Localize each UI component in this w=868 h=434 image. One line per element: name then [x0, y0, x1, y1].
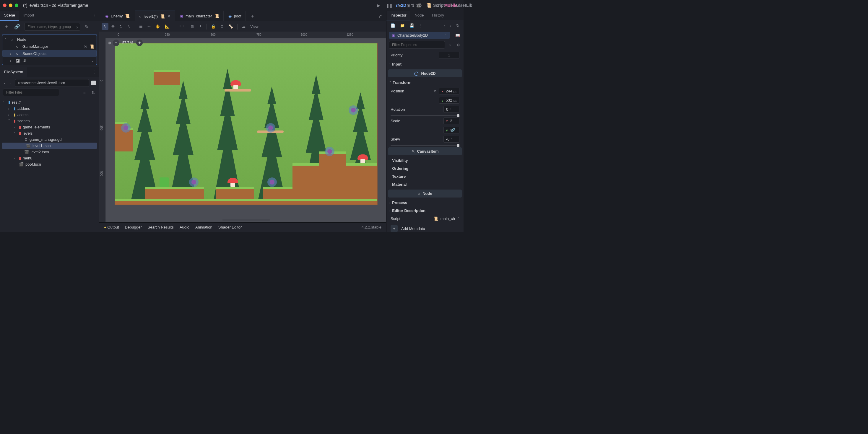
- docs-button[interactable]: 📖: [454, 32, 461, 39]
- import-tab[interactable]: Import: [19, 11, 38, 21]
- history-tab[interactable]: History: [428, 11, 448, 21]
- fs-view-toggle[interactable]: [91, 80, 96, 85]
- load-resource-button[interactable]: 📁: [399, 22, 406, 29]
- mode-2d-button[interactable]: ⇄ 2D: [396, 3, 406, 8]
- play-button[interactable]: ▶: [376, 2, 381, 9]
- scene-dock-menu[interactable]: ⋮: [89, 11, 99, 21]
- close-window-button[interactable]: [3, 4, 6, 7]
- version-label[interactable]: 4.2.2.stable: [362, 225, 381, 229]
- instance-scene-button[interactable]: 🔗: [13, 23, 21, 31]
- property-settings-button[interactable]: ⚙: [455, 42, 461, 48]
- lock-button[interactable]: 🔒: [209, 23, 217, 30]
- script-icon[interactable]: 📜: [160, 14, 165, 19]
- maximize-window-button[interactable]: [15, 4, 18, 7]
- history-back-button[interactable]: ‹: [443, 22, 446, 29]
- fs-item-scenes[interactable]: ˅▮scenes: [0, 118, 99, 124]
- scene-tab-level1[interactable]: ○level1(*)📜✕: [135, 11, 175, 21]
- script-value[interactable]: main_ch: [440, 216, 455, 221]
- fs-filter-input[interactable]: [3, 89, 59, 96]
- audio-panel-button[interactable]: Audio: [180, 225, 189, 229]
- visibility-icon[interactable]: ⌄: [91, 59, 94, 63]
- process-section[interactable]: ›Process: [386, 199, 464, 207]
- save-resource-button[interactable]: 💾: [408, 22, 415, 29]
- fs-item-poof[interactable]: 🎬poof.tscn: [0, 161, 99, 167]
- scene-tab-enemy[interactable]: ◉Enemy📜: [101, 11, 134, 21]
- pan-tool[interactable]: ✋: [154, 23, 162, 30]
- debugger-panel-button[interactable]: Debugger: [125, 225, 142, 229]
- scene-more-button[interactable]: ⋮: [92, 23, 99, 31]
- pause-button[interactable]: ❚❚: [385, 2, 394, 9]
- scene-tab-main-character[interactable]: ◉main_character📜: [176, 11, 224, 21]
- skeleton-button[interactable]: 🦴: [226, 23, 235, 30]
- ordering-section[interactable]: ›Ordering: [386, 164, 464, 172]
- property-filter-input[interactable]: [389, 41, 445, 49]
- rotate-tool[interactable]: ↻: [118, 23, 124, 30]
- fs-item-addons[interactable]: ›▮addons: [0, 105, 99, 111]
- fs-item-level2[interactable]: 🎬level2.tscn: [0, 149, 99, 155]
- move-tool[interactable]: ✥: [110, 23, 116, 30]
- scene-tab[interactable]: Scene: [0, 11, 19, 21]
- list-tool[interactable]: ☰: [137, 23, 145, 30]
- animation-panel-button[interactable]: Animation: [195, 225, 212, 229]
- scene-script-button[interactable]: ✎: [83, 23, 90, 31]
- node-tab[interactable]: Node: [410, 11, 428, 21]
- fs-back-button[interactable]: ‹: [3, 80, 6, 87]
- add-metadata-button[interactable]: ＋ Add Metadata: [386, 223, 464, 232]
- minimize-window-button[interactable]: [9, 4, 12, 7]
- add-scene-tab-button[interactable]: ＋: [246, 11, 259, 21]
- 2d-viewport[interactable]: ⊕ − 57.7 % +: [106, 38, 386, 222]
- zoom-in-button[interactable]: +: [136, 40, 143, 46]
- smart-snap-button[interactable]: ⋮⋮: [176, 23, 188, 30]
- priority-value-input[interactable]: 1: [439, 52, 459, 59]
- node2d-class-header[interactable]: ◯Node2D: [388, 69, 462, 77]
- search-results-panel-button[interactable]: Search Results: [148, 225, 174, 229]
- rotation-input[interactable]: 0°: [443, 106, 459, 113]
- transform-section[interactable]: ˅Transform: [386, 78, 464, 87]
- snap-options-button[interactable]: ⋮: [197, 23, 204, 30]
- skew-slider[interactable]: [391, 145, 459, 146]
- fs-item-game-manager[interactable]: ⚙game_manager.gd: [0, 136, 99, 143]
- scene-filter-input[interactable]: [24, 23, 80, 31]
- viewport-scrollbar[interactable]: [222, 219, 270, 221]
- output-panel-button[interactable]: Output: [104, 225, 119, 229]
- measure-tool[interactable]: 📐: [163, 23, 172, 30]
- link-icon[interactable]: 🔗: [451, 128, 455, 132]
- fs-item-game-elements[interactable]: ›▮game_elements: [0, 124, 99, 130]
- override-camera-button[interactable]: ☁: [240, 23, 247, 30]
- add-node-button[interactable]: ＋: [3, 23, 10, 31]
- center-view-icon[interactable]: ⊕: [107, 40, 111, 45]
- mode-3d-button[interactable]: ⇅ 3D: [411, 3, 422, 8]
- fs-item-res[interactable]: ˅▮res://: [0, 99, 99, 105]
- distraction-free-button[interactable]: ⤢: [374, 11, 386, 21]
- grid-snap-button[interactable]: ⊞: [189, 23, 195, 30]
- ruler-tool[interactable]: ⊹: [146, 23, 152, 30]
- tree-item-gamemanager[interactable]: ○GameManager%📜: [2, 43, 97, 50]
- tree-item-node[interactable]: ˅○Node: [2, 36, 97, 43]
- new-resource-button[interactable]: 📄: [390, 22, 397, 29]
- node-class-header[interactable]: ○Node: [388, 190, 462, 198]
- history-menu-button[interactable]: ↻: [455, 22, 461, 29]
- zoom-out-button[interactable]: −: [113, 40, 119, 46]
- inspector-extra-button[interactable]: ⋮: [418, 22, 424, 29]
- object-selector[interactable]: ◉ CharacterBody2D ˅: [389, 32, 450, 39]
- editor-description-section[interactable]: ›Editor Description: [386, 207, 464, 214]
- shader-editor-panel-button[interactable]: Shader Editor: [218, 225, 242, 229]
- input-section[interactable]: ›Input: [386, 60, 464, 68]
- reset-button[interactable]: ↺: [434, 89, 437, 93]
- filesystem-dock-menu[interactable]: ⋮: [89, 67, 99, 77]
- script-icon[interactable]: 📜: [215, 14, 219, 18]
- fs-item-menu[interactable]: ›▮menu: [0, 155, 99, 161]
- fs-item-level1[interactable]: 🎬level1.tscn: [2, 143, 97, 149]
- select-tool[interactable]: ↖: [102, 23, 108, 30]
- filesystem-tab[interactable]: FileSystem: [0, 67, 27, 77]
- material-section[interactable]: ›Material: [386, 180, 464, 188]
- tree-item-ui[interactable]: ›◪UI⌄: [2, 57, 97, 64]
- fs-forward-button[interactable]: ›: [9, 80, 12, 87]
- skew-input[interactable]: -0°: [443, 136, 459, 143]
- visibility-section[interactable]: ›Visibility: [386, 157, 464, 164]
- group-button[interactable]: ⊡: [219, 23, 225, 30]
- close-tab-button[interactable]: ✕: [167, 14, 171, 19]
- chevron-down-icon[interactable]: ˅: [457, 216, 459, 221]
- script-icon[interactable]: 📜: [90, 44, 94, 49]
- scene-tab-poof[interactable]: ◉poof: [224, 11, 246, 21]
